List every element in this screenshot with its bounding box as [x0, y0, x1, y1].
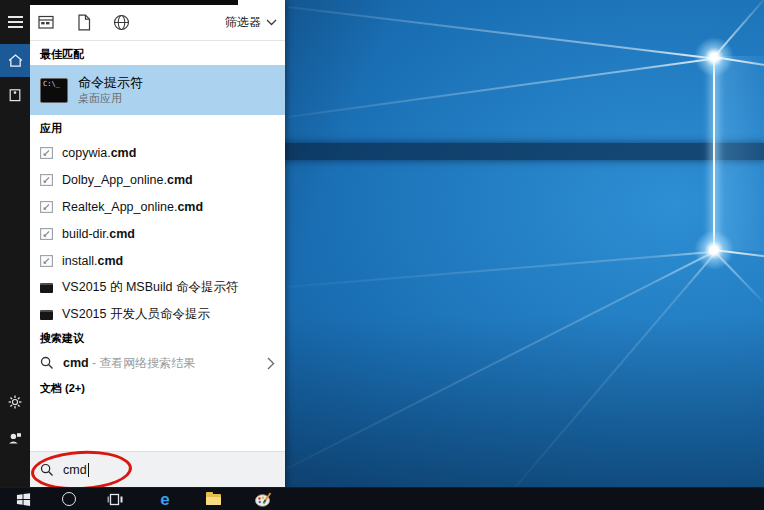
windows10-search-screen: 筛选器 最佳匹配 C:\_ 命令提示符 桌面应用 应用 copywia.cmd …: [0, 0, 764, 510]
best-match-text: 命令提示符 桌面应用: [78, 76, 143, 104]
label-prefix: build-dir.: [62, 227, 109, 241]
label-match: cmd: [177, 200, 203, 214]
home-button[interactable]: [0, 44, 30, 77]
label-prefix: VS2015 的 MSBuild 命令提示符: [62, 280, 238, 294]
label-prefix: install.: [62, 254, 97, 268]
app-result-label: copywia.cmd: [62, 146, 136, 160]
task-view-icon: [107, 493, 123, 506]
filter-bar: 筛选器: [30, 5, 285, 39]
chevron-down-icon: [266, 19, 277, 26]
label-prefix: VS2015 开发人员命令提示: [62, 307, 210, 321]
divider: [30, 40, 285, 41]
best-match-result[interactable]: C:\_ 命令提示符 桌面应用: [30, 65, 285, 115]
chevron-right-icon: [267, 357, 275, 370]
cortana-circle-icon: [62, 492, 76, 506]
feedback-person-icon: [7, 430, 23, 446]
edge-browser-button[interactable]: e: [150, 488, 180, 510]
app-result-row[interactable]: copywia.cmd: [30, 139, 285, 166]
cmd-file-icon: [40, 147, 53, 159]
search-input[interactable]: cmd: [30, 451, 285, 488]
app-result-row[interactable]: Dolby_App_online.cmd: [30, 166, 285, 193]
suggestions-header: 搜索建议: [40, 331, 84, 346]
suggestion-rest: - 查看网络搜索结果: [89, 356, 196, 370]
documents-filter-icon[interactable]: [77, 14, 91, 31]
app-result-label: VS2015 的 MSBuild 命令提示符: [62, 279, 238, 296]
cmd-file-icon: [40, 174, 53, 186]
label-match: cmd: [111, 146, 137, 160]
app-result-row[interactable]: Realtek_App_online.cmd: [30, 193, 285, 220]
documents-header: 文档 (2+): [40, 381, 85, 396]
web-search-suggestion[interactable]: cmd - 查看网络搜索结果: [30, 350, 285, 376]
notebook-button[interactable]: [0, 82, 30, 108]
search-left-rail: [0, 0, 30, 488]
search-icon: [40, 463, 54, 477]
window-pane-glow: [715, 56, 764, 251]
filters-dropdown[interactable]: 筛选器: [225, 14, 277, 31]
search-icon: [40, 356, 54, 370]
app-result-label: build-dir.cmd: [62, 227, 135, 241]
label-prefix: Dolby_App_online.: [62, 173, 167, 187]
app-result-row[interactable]: install.cmd: [30, 247, 285, 274]
task-view-button[interactable]: [100, 488, 130, 510]
app-result-row[interactable]: build-dir.cmd: [30, 220, 285, 247]
paint-button[interactable]: [248, 488, 278, 510]
start-button[interactable]: [8, 488, 38, 510]
settings-gear-icon: [7, 394, 23, 410]
suggestion-term: cmd: [63, 356, 89, 370]
home-icon: [7, 52, 24, 69]
edge-browser-icon: e: [160, 491, 169, 508]
taskbar: e: [0, 487, 764, 510]
cmd-file-icon: [40, 228, 53, 240]
filters-label: 筛选器: [225, 14, 261, 31]
label-match: cmd: [97, 254, 123, 268]
menu-button[interactable]: [0, 10, 30, 34]
light-burst: [694, 230, 734, 270]
light-burst: [694, 37, 734, 77]
file-explorer-icon: [206, 494, 221, 505]
app-result-label: install.cmd: [62, 254, 123, 268]
file-explorer-button[interactable]: [198, 488, 228, 510]
apps-filter-icon[interactable]: [38, 15, 55, 30]
search-input-value: cmd: [63, 463, 87, 477]
app-result-label: VS2015 开发人员命令提示: [62, 306, 210, 323]
windows-logo-edge: [713, 56, 715, 251]
label-prefix: copywia.: [62, 146, 111, 160]
terminal-icon: [40, 310, 53, 320]
feedback-button[interactable]: [0, 427, 30, 449]
best-match-header: 最佳匹配: [40, 47, 84, 62]
result-subtitle: 桌面应用: [78, 93, 143, 104]
cmd-file-icon: [40, 255, 53, 267]
app-result-row[interactable]: VS2015 开发人员命令提示: [30, 301, 285, 328]
label-prefix: Realtek_App_online.: [62, 200, 177, 214]
web-filter-icon[interactable]: [113, 14, 130, 31]
label-match: cmd: [167, 173, 193, 187]
windows-start-icon: [16, 492, 31, 507]
cmd-file-icon: [40, 201, 53, 213]
text-caret: [88, 463, 89, 477]
label-match: cmd: [109, 227, 135, 241]
search-results-panel: 筛选器 最佳匹配 C:\_ 命令提示符 桌面应用 应用 copywia.cmd …: [30, 0, 285, 488]
notebook-icon: [7, 87, 23, 103]
apps-header: 应用: [40, 121, 62, 136]
app-result-row[interactable]: VS2015 的 MSBuild 命令提示符: [30, 274, 285, 301]
result-title: 命令提示符: [78, 76, 143, 89]
settings-button[interactable]: [0, 391, 30, 413]
cortana-button[interactable]: [54, 488, 84, 510]
terminal-icon: [40, 283, 53, 293]
app-result-label: Dolby_App_online.cmd: [62, 173, 193, 187]
suggestion-label: cmd - 查看网络搜索结果: [63, 355, 195, 372]
paint-icon: [255, 492, 272, 507]
app-result-label: Realtek_App_online.cmd: [62, 200, 203, 214]
menu-icon: [8, 13, 23, 31]
command-prompt-icon: C:\_: [40, 78, 68, 103]
